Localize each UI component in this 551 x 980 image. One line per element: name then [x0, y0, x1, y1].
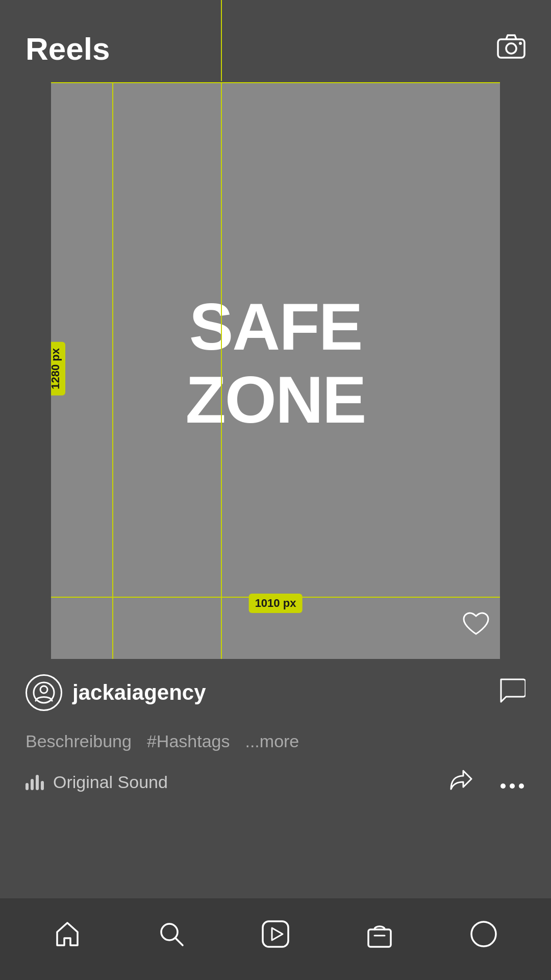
sound-bar: Original Sound	[0, 759, 551, 805]
username: jackaiagency	[72, 680, 206, 705]
svg-point-6	[510, 783, 515, 789]
camera-icon[interactable]	[497, 33, 525, 65]
svg-rect-12	[368, 929, 391, 947]
share-icon[interactable]	[449, 767, 473, 798]
caption-description: Beschreibung	[26, 731, 132, 751]
dimension-label-1010: 1010 px	[249, 594, 303, 613]
dimension-label-1280: 1280 px	[51, 342, 65, 396]
svg-rect-10	[263, 921, 288, 947]
svg-point-14	[471, 922, 496, 946]
guide-line-top-right	[221, 0, 222, 81]
original-sound-label: Original Sound	[53, 772, 168, 792]
heart-icon[interactable]	[462, 611, 490, 639]
guide-line-vertical-left	[112, 82, 113, 659]
svg-marker-11	[272, 928, 283, 940]
nav-play[interactable]	[255, 914, 296, 954]
header: Reels	[0, 0, 551, 82]
caption-bar: Beschreibung #Hashtags ...more	[0, 726, 551, 759]
svg-point-7	[519, 783, 524, 789]
info-bar: jackaiagency	[0, 659, 551, 726]
safe-zone-label: SAFE ZONE	[185, 290, 365, 436]
nav-search[interactable]	[151, 914, 192, 954]
content-wrapper: SAFE ZONE 1280 px 1010 px 220 px 420 px	[26, 82, 525, 659]
nav-profile[interactable]	[463, 914, 504, 954]
avatar-icon[interactable]	[26, 674, 62, 711]
svg-point-2	[519, 42, 522, 45]
page-title: Reels	[26, 31, 110, 67]
bottom-nav	[0, 898, 551, 980]
guide-line-horizontal-top	[51, 82, 500, 83]
caption-text: Beschreibung #Hashtags ...more	[26, 731, 525, 751]
caption-hashtags: #Hashtags	[147, 731, 230, 751]
more-options-icon[interactable]	[499, 770, 525, 795]
nav-shop[interactable]	[359, 914, 400, 954]
svg-point-5	[500, 783, 506, 789]
comment-icon[interactable]	[499, 677, 525, 708]
svg-line-9	[176, 938, 183, 945]
svg-point-4	[40, 686, 47, 693]
sound-info: Original Sound	[26, 772, 168, 792]
nav-home[interactable]	[47, 914, 88, 954]
svg-point-1	[506, 43, 516, 54]
sound-wave-icon	[26, 775, 44, 790]
caption-more[interactable]: ...more	[245, 731, 299, 751]
user-info: jackaiagency	[26, 674, 206, 711]
content-area: SAFE ZONE 1280 px 1010 px 220 px 420 px	[51, 82, 500, 659]
